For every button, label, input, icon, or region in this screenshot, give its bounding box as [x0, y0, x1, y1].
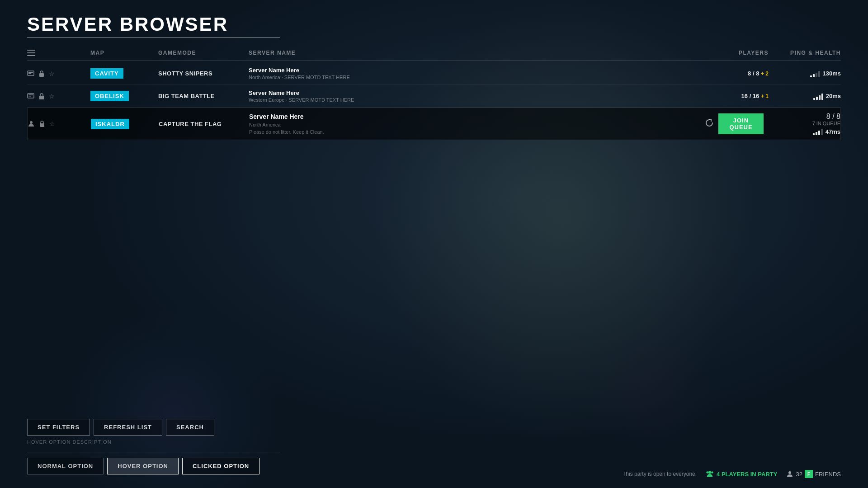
map-badge-iskaldr: ISKALDR — [91, 119, 129, 129]
server-row-iskaldr-expanded[interactable]: ☆ ISKALDR CAPTURE THE FLAG Server Name H… — [27, 108, 841, 140]
server-info-obelisk: Server Name Here Western Europe · SERVER… — [249, 89, 705, 103]
in-queue-text: 7 IN QUEUE — [768, 121, 840, 126]
join-queue-button[interactable]: JOIN QUEUE — [718, 113, 764, 134]
gamemode-cavity: SHOTTY SNIPERS — [158, 70, 249, 77]
refresh-server-button[interactable] — [705, 118, 714, 130]
server-row-obelisk[interactable]: ☆ OBELISK BIG TEAM BATTLE Server Name He… — [27, 85, 841, 108]
svg-rect-4 — [28, 72, 33, 73]
map-cell-obelisk: OBELISK — [90, 91, 158, 101]
bar4 — [821, 94, 823, 100]
server-row-cavity[interactable]: ☆ CAVITY SHOTTY SNIPERS Server Name Here… — [27, 62, 841, 85]
bottom-divider — [27, 452, 280, 452]
bar3 — [819, 95, 821, 100]
server-info-cavity: Server Name Here North America · SERVER … — [249, 67, 705, 80]
ping-bars-iskaldr — [813, 128, 823, 135]
bar1 — [813, 98, 815, 100]
expanded-motd: Please do not litter. Keep it Clean. — [249, 129, 705, 135]
ping-ms-cavity: 130ms — [823, 70, 841, 77]
bar2 — [816, 97, 818, 100]
server-name-obelisk: Server Name Here — [249, 89, 705, 96]
th-icons — [27, 50, 90, 57]
expanded-region: North America — [249, 122, 705, 127]
ping-ms-obelisk: 20ms — [826, 93, 841, 99]
refresh-list-button[interactable]: REFRESH LIST — [94, 419, 162, 436]
hover-description: HOVER OPTION DESCRIPTION — [27, 439, 841, 445]
map-cell-cavity: CAVITY — [90, 68, 158, 79]
svg-rect-1 — [27, 52, 35, 53]
svg-rect-6 — [39, 73, 44, 77]
bottom-section: SET FILTERS REFRESH LIST SEARCH HOVER OP… — [27, 419, 841, 474]
players-extra-cavity: + 2 — [761, 70, 769, 77]
map-badge-cavity: CAVITY — [90, 68, 123, 79]
server-icon — [27, 70, 34, 77]
person-icon-iskaldr — [28, 120, 35, 127]
bottom-options: NORMAL OPTION HOVER OPTION CLICKED OPTIO… — [27, 458, 841, 474]
bottom-buttons: SET FILTERS REFRESH LIST SEARCH — [27, 419, 841, 436]
svg-rect-0 — [27, 50, 35, 51]
svg-rect-12 — [40, 123, 44, 127]
th-map: MAP — [90, 50, 158, 57]
row-icons-obelisk: ☆ — [27, 93, 90, 100]
expanded-actions: JOIN QUEUE — [705, 113, 768, 134]
svg-rect-10 — [39, 96, 44, 99]
table-header: MAP GAMEMODE SERVER NAME PLAYERS PING & … — [27, 47, 841, 61]
row-icons-cavity: ☆ — [27, 70, 90, 77]
svg-point-11 — [30, 121, 33, 124]
players-count-obelisk: 16 / 16 — [741, 93, 760, 99]
bar4 — [821, 129, 823, 135]
svg-rect-2 — [27, 55, 35, 56]
ping-obelisk: 20ms — [769, 93, 841, 100]
expanded-grid-iskaldr: ☆ ISKALDR CAPTURE THE FLAG Server Name H… — [28, 108, 840, 140]
th-ping: PING & HEALTH — [769, 50, 841, 57]
players-count-cavity: 8 / 8 — [748, 70, 759, 77]
title-underline — [27, 37, 280, 38]
lock-icon — [38, 70, 45, 77]
lock-icon-obelisk — [38, 93, 45, 100]
bar2 — [813, 74, 815, 77]
players-cavity: 8 / 8 + 2 — [705, 70, 769, 77]
ping-bars-cavity — [810, 70, 820, 77]
th-server-name: SERVER NAME — [249, 50, 705, 57]
expanded-server-info-iskaldr: Server Name Here North America Please do… — [249, 113, 705, 135]
server-name-cavity: Server Name Here — [249, 67, 705, 74]
set-filters-button[interactable]: SET FILTERS — [27, 419, 90, 436]
bar1 — [810, 75, 812, 77]
gamemode-obelisk: BIG TEAM BATTLE — [158, 93, 249, 99]
svg-rect-5 — [28, 73, 31, 74]
th-players: PLAYERS — [705, 50, 769, 57]
players-iskaldr: 8 / 8 7 IN QUEUE 47ms — [768, 113, 840, 135]
normal-option-button[interactable]: NORMAL OPTION — [27, 458, 104, 474]
search-button[interactable]: SEARCH — [166, 419, 214, 436]
bar2 — [816, 132, 817, 135]
bar3 — [816, 73, 817, 77]
clicked-option-button[interactable]: CLICKED OPTION — [182, 458, 259, 474]
hover-option-button[interactable]: HOVER OPTION — [107, 458, 179, 474]
players-count-iskaldr: 8 / 8 — [826, 113, 840, 120]
expanded-server-name: Server Name Here — [249, 113, 705, 120]
ping-bars-obelisk — [813, 93, 823, 100]
map-cell-iskaldr: ISKALDR — [91, 119, 159, 129]
bar4 — [818, 71, 820, 77]
page-title: SERVER BROWSER — [27, 14, 841, 35]
gamemode-iskaldr: CAPTURE THE FLAG — [159, 121, 249, 127]
ping-cavity: 130ms — [769, 70, 841, 77]
server-region-obelisk: Western Europe · SERVER MOTD TEXT HERE — [249, 97, 705, 103]
bar1 — [813, 133, 815, 135]
svg-rect-8 — [28, 94, 33, 95]
star-icon-iskaldr: ☆ — [49, 120, 55, 127]
ping-ms-iskaldr: 47ms — [826, 128, 840, 135]
players-extra-obelisk: + 1 — [761, 93, 769, 99]
star-icon-obelisk: ☆ — [49, 93, 55, 100]
bar3 — [818, 131, 820, 135]
players-obelisk: 16 / 16 + 1 — [705, 93, 769, 99]
map-badge-obelisk: OBELISK — [90, 91, 129, 101]
row-icons-iskaldr: ☆ — [28, 120, 91, 127]
th-gamemode: GAMEMODE — [158, 50, 249, 57]
star-icon-cavity: ☆ — [49, 70, 55, 77]
lock-icon-iskaldr — [38, 120, 46, 127]
server-icon-obelisk — [27, 93, 34, 100]
server-region-cavity: North America · SERVER MOTD TEXT HERE — [249, 75, 705, 80]
svg-rect-9 — [28, 96, 31, 97]
